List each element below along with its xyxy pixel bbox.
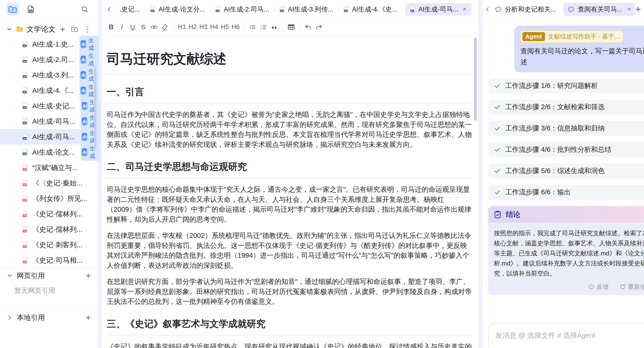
chevron-down-icon[interactable] [6, 272, 13, 279]
chevron-down-icon[interactable] [6, 26, 12, 33]
heading6-button[interactable]: H6 [230, 22, 241, 33]
add-file-button[interactable]: + [60, 25, 65, 34]
conclusion-text: 按照您的指示，我完成了司马迁研究文献综述。检索了24篇核心文献，涵盖史学思想、叙… [494, 228, 644, 279]
chat-bubble-icon [568, 6, 575, 13]
italic-button[interactable]: I [116, 22, 127, 33]
ai-generated-badge: Ai生成 [80, 36, 99, 53]
file-item[interactable]: 《史记·儒林列... [0, 222, 97, 237]
heading3-button[interactable]: H3 [198, 22, 209, 33]
underline-button[interactable]: U [127, 22, 138, 33]
file-item[interactable]: AI生成-论文...Ai生成 [0, 144, 97, 160]
ai-icon: Ai [80, 40, 86, 48]
insert-table-button[interactable] [286, 22, 296, 33]
editor-tab[interactable]: .史记... [114, 3, 145, 16]
editor-tab-active[interactable]: AI生成-司马...× [405, 3, 472, 16]
file-item[interactable]: AI生成-1.史...Ai生成 [0, 37, 97, 52]
file-item[interactable]: 《史记·儒林列... [0, 206, 97, 222]
editor-tab[interactable]: AI生成-4.《史... [338, 3, 402, 16]
panel-gutter [478, 0, 483, 348]
ordered-list-button[interactable] [258, 22, 269, 33]
undo-button[interactable] [303, 22, 314, 33]
feedback-button[interactable]: 反馈 [588, 283, 609, 291]
add-local-reference-button[interactable]: + [86, 313, 91, 322]
local-references-section[interactable]: 本地引用 + [0, 310, 97, 325]
editor-tab[interactable]: AI生成-2.司马... [210, 3, 274, 16]
tabs-scroll-left-button[interactable] [104, 5, 114, 14]
close-tab-icon[interactable]: × [628, 6, 631, 13]
md-file-icon [410, 6, 416, 13]
editor-scrollbar[interactable] [474, 37, 477, 121]
file-item[interactable]: AI生成-司马...Ai生成 [0, 114, 97, 129]
new-chat-button[interactable]: + [635, 4, 641, 15]
file-item[interactable]: AI生成-2.司...Ai生成 [0, 52, 97, 67]
file-item[interactable]: AI生成-3.列...Ai生成 [0, 67, 97, 83]
md-file-icon [22, 102, 28, 109]
table-icon [287, 23, 295, 31]
heading2-button[interactable]: H2 [187, 22, 198, 33]
file-item-selected[interactable]: AI生成-司马...Ai生成 [0, 129, 97, 144]
strikethrough-button[interactable]: S [138, 22, 149, 33]
ai-docs-view-button[interactable] [25, 3, 37, 16]
conclusion-header: 结论 [488, 206, 644, 223]
workflow-steps: 工作流步骤 1/6：研究问题解析 工作流步骤 2/6：文献检索和筛选 工作流步骤… [488, 78, 644, 200]
formatting-toolbar: B I U S H1 H2 H3 H4 H5 H6 [102, 19, 478, 36]
file-item[interactable]: “汉赋”确立与... [0, 160, 97, 176]
file-item[interactable]: AI生成-史记...Ai生成 [0, 98, 97, 114]
regenerate-button[interactable]: 重新生成 [620, 283, 644, 291]
chevron-right-icon[interactable] [6, 314, 13, 321]
files-view-button[interactable] [6, 3, 19, 16]
workflow-step[interactable]: 工作流步骤 2/6：文献检索和筛选 [488, 100, 644, 115]
agent-chat-panel: 分析和史记相关... 查阅有关司马...× + Agent 文献综述写作助手 -… [483, 0, 644, 348]
chat-tab-bar: 分析和史记相关... 查阅有关司马...× + [483, 0, 644, 19]
workflow-step[interactable]: 工作流步骤 6/6：输出 [488, 185, 644, 200]
md-file-icon [22, 56, 28, 63]
file-item[interactable]: AI生成-4.《...Ai生成 [0, 83, 97, 98]
agent-chip[interactable]: Agent 文献综述写作助手 - 基于... [520, 30, 624, 43]
chat-tab[interactable]: 分析和史记相关... [490, 3, 560, 16]
folder-row[interactable]: 文学论文 + ⋮ [0, 22, 97, 37]
search-button[interactable] [79, 3, 91, 16]
workflow-step[interactable]: 工作流步骤 5/6：综述生成和润色 [488, 163, 644, 179]
paragraph: 《史记》的叙事美学特征成为近年研究热点。现有研究从现代视域确认《史记》的经典地位… [107, 342, 472, 348]
file-item[interactable]: 《史记·司马相... [0, 253, 97, 268]
document-title: 司马迁研究文献综述 [107, 50, 472, 68]
sidebar-scrollbar[interactable] [94, 67, 96, 148]
md-file-icon [216, 6, 221, 13]
file-item[interactable]: 《史记·刺客列... [0, 237, 97, 253]
editor-tab[interactable]: AI生成-论文分... [145, 3, 210, 16]
folder-more-button[interactable]: ⋮ [84, 25, 91, 34]
blockquote-button[interactable] [269, 22, 280, 33]
add-folder-icon[interactable] [71, 26, 78, 33]
workflow-step[interactable]: 工作流步骤 1/6：研究问题解析 [488, 78, 644, 93]
heading4-button[interactable]: H4 [209, 22, 220, 33]
redo-icon [315, 23, 323, 31]
chat-tabs-scroll-left-button[interactable] [484, 5, 490, 14]
web-references-section[interactable]: 网页引用 + [0, 268, 97, 283]
editor-tab[interactable]: AI生成-3.列传... [274, 3, 338, 16]
link-button[interactable] [149, 22, 160, 33]
bold-button[interactable]: B [106, 22, 116, 33]
document-content[interactable]: 司马迁研究文献综述 一、引言 司马迁作为中国古代史学的奠基者，其《史记》被誉为"… [102, 36, 478, 348]
md-file-icon [22, 41, 28, 48]
clear-format-button[interactable] [160, 22, 170, 33]
add-web-reference-button[interactable]: + [86, 271, 91, 280]
workflow-step[interactable]: 工作流步骤 4/6：批判性分析和总结 [488, 142, 644, 157]
chat-tab-active[interactable]: 查阅有关司马...× [564, 3, 635, 16]
md-file-icon [22, 118, 28, 125]
file-item[interactable]: 《列女传》所见... [0, 191, 97, 206]
check-icon [494, 146, 501, 153]
redo-button[interactable] [314, 22, 324, 33]
ai-document-icon [26, 5, 35, 14]
undo-icon [304, 23, 312, 31]
ordered-list-icon [260, 24, 267, 31]
md-file-icon [280, 6, 285, 13]
file-item[interactable]: 《〈史记·秦始... [0, 176, 97, 191]
ai-icon: Ai [80, 56, 86, 64]
workflow-step[interactable]: 工作流步骤 3/6：信息抽取和归纳 [488, 121, 644, 136]
close-tab-icon[interactable]: × [463, 6, 466, 13]
heading1-button[interactable]: H1 [176, 22, 187, 33]
bullet-list-button[interactable] [247, 22, 258, 33]
heading5-button[interactable]: H5 [220, 22, 230, 33]
chat-input[interactable]: 发消息 @ 选择文件 # 选择Agent [488, 323, 644, 348]
ai-icon: Ai [82, 148, 87, 156]
